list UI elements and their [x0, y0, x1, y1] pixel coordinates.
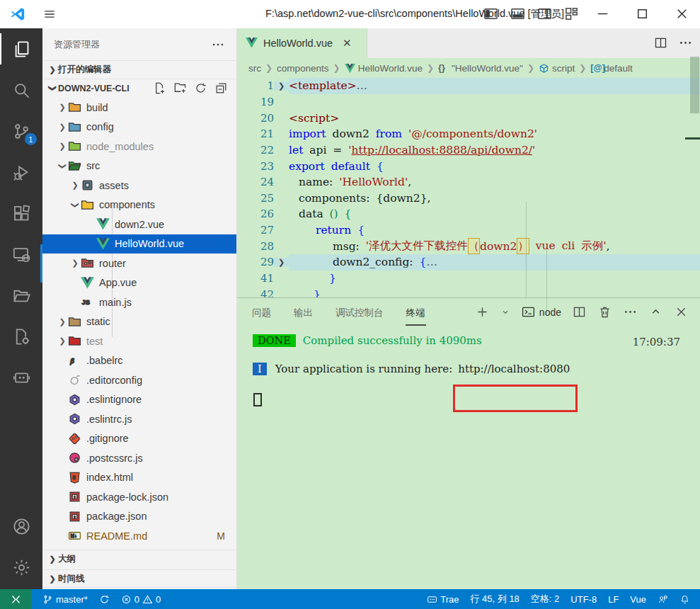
kill-terminal-icon[interactable]: [597, 304, 612, 319]
tree-item-components[interactable]: ❯components: [42, 195, 236, 215]
activity-account-icon[interactable]: [0, 506, 42, 547]
panel-tab-terminal[interactable]: 终端: [406, 304, 426, 322]
code-line-24[interactable]: 24name: 'HelloWorld',: [237, 174, 700, 190]
tree-item-README.md[interactable]: M↓README.mdM: [42, 526, 236, 546]
tree-item-.editorconfig[interactable]: .editorconfig: [42, 370, 236, 390]
status-encoding[interactable]: UTF-8: [565, 589, 602, 609]
tree-item-.eslintrc.js[interactable]: .eslintrc.js: [42, 409, 236, 429]
remote-indicator[interactable]: [0, 589, 31, 609]
activity-settings-icon[interactable]: [0, 547, 42, 588]
sync-status[interactable]: [93, 589, 115, 609]
status-language-mode[interactable]: Vue: [624, 589, 652, 609]
breadcrumb-src[interactable]: src: [248, 63, 261, 74]
maximize-panel-icon[interactable]: [648, 304, 663, 319]
git-branch-status[interactable]: master*: [37, 589, 93, 609]
activity-run-debug-icon[interactable]: [0, 152, 42, 193]
activity-file-settings-icon[interactable]: [0, 316, 42, 357]
activity-extensions-icon[interactable]: [0, 193, 42, 234]
toggle-panel-icon[interactable]: [510, 6, 526, 22]
tree-item-.gitignore[interactable]: .gitignore: [42, 429, 236, 449]
new-file-icon[interactable]: [153, 81, 166, 95]
editor-more-actions-icon[interactable]: [678, 35, 693, 50]
code-line-21[interactable]: 21import down2 from '@/components/down2': [237, 126, 700, 142]
tree-item-down2.vue[interactable]: down2.vue: [42, 215, 236, 234]
panel-tab-problems[interactable]: 问题: [251, 304, 272, 322]
split-editor-icon[interactable]: [653, 35, 668, 50]
tree-item-App.vue[interactable]: App.vue: [42, 273, 236, 293]
activity-explorer-icon[interactable]: [0, 28, 42, 69]
breadcrumb-HelloWorld.vue[interactable]: HelloWorld.vue: [345, 63, 423, 74]
editor-scrollbar[interactable]: [690, 57, 699, 113]
fold-icon[interactable]: ❯: [274, 81, 289, 91]
panel-more-actions-icon[interactable]: [623, 304, 638, 319]
tree-item-build[interactable]: ❯build: [42, 98, 236, 118]
customize-layout-icon[interactable]: [563, 6, 580, 22]
tree-item-nodemodules[interactable]: ❯node_modules: [42, 137, 236, 156]
code-line-26[interactable]: 26data () {: [237, 206, 700, 222]
code-area[interactable]: 1❯<template>…1920<script>21import down2 …: [237, 78, 700, 297]
status-indentation[interactable]: 空格: 2: [525, 589, 565, 609]
terminal-dropdown-icon[interactable]: [500, 304, 510, 319]
code-line-42[interactable]: 42}: [237, 286, 700, 297]
status-eol[interactable]: LF: [602, 589, 624, 609]
tree-item-.babelrc[interactable]: β.babelrc: [42, 351, 236, 371]
terminal-output[interactable]: DONE Compiled successfully in 4090ms 17:…: [237, 328, 700, 589]
new-folder-icon[interactable]: [173, 81, 187, 95]
activity-search-icon[interactable]: [0, 69, 42, 110]
activity-source-control-icon[interactable]: 1: [0, 110, 42, 152]
tree-item-main.js[interactable]: JSmain.js: [42, 292, 236, 312]
breadcrumb-HelloWorld.vue[interactable]: {}"HelloWorld.vue": [438, 63, 523, 74]
section-outline[interactable]: ❯ 大纲: [42, 550, 236, 568]
panel-tab-output[interactable]: 输出: [293, 304, 314, 322]
breadcrumb-components[interactable]: components: [277, 63, 329, 74]
refresh-icon[interactable]: [194, 81, 207, 95]
tree-item-static[interactable]: ❯static: [42, 312, 236, 332]
menu-icon[interactable]: [42, 7, 57, 21]
tree-item-assets[interactable]: ❯assets: [42, 176, 236, 195]
terminal-profile[interactable]: node: [521, 304, 561, 319]
status-cursor-position[interactable]: 行 45, 列 18: [464, 589, 524, 609]
tree-item-index.html[interactable]: 5index.html: [42, 468, 236, 488]
sidebar-more-actions-icon[interactable]: [211, 38, 225, 52]
tree-item-.eslintignore[interactable]: .eslintignore: [42, 390, 236, 410]
code-line-20[interactable]: 20<script>: [237, 110, 700, 126]
status-trae[interactable]: Trae: [421, 589, 464, 609]
code-line-19[interactable]: 19: [237, 94, 700, 110]
status-notifications[interactable]: [674, 589, 696, 609]
collapse-folders-icon[interactable]: [214, 81, 228, 95]
tree-item-.postcssrc.js[interactable]: .postcssrc.js: [42, 448, 236, 468]
activity-folder-opened-icon[interactable]: [0, 275, 42, 316]
code-line-22[interactable]: 22let api = 'http://localhost:8888/api/d…: [237, 142, 700, 159]
code-line-41[interactable]: 41}: [237, 271, 700, 287]
close-button[interactable]: [674, 6, 690, 22]
activity-ai-chat-icon[interactable]: [0, 357, 42, 398]
fold-icon[interactable]: ❯: [274, 258, 289, 267]
close-panel-icon[interactable]: [674, 304, 689, 319]
toggle-sidebar-icon[interactable]: [483, 6, 499, 22]
breadcrumb-default[interactable]: [@]default: [590, 63, 633, 74]
minimize-button[interactable]: [595, 6, 611, 22]
tree-item-src[interactable]: ❯src: [42, 156, 236, 176]
tab-close-icon[interactable]: ✕: [343, 37, 352, 50]
code-line-1[interactable]: 1❯<template>…: [237, 78, 700, 94]
tree-item-HelloWorld.vue[interactable]: HelloWorld.vue: [42, 234, 236, 254]
status-feedback[interactable]: [652, 589, 674, 609]
code-line-27[interactable]: 27return {: [237, 222, 700, 239]
code-line-23[interactable]: 23export default {: [237, 158, 700, 174]
section-open-editors[interactable]: ❯ 打开的编辑器: [42, 60, 236, 79]
app-url-link[interactable]: http://localhost:8080: [452, 361, 575, 377]
tree-item-router[interactable]: ❯router: [42, 254, 236, 273]
tree-item-config[interactable]: ❯config: [42, 118, 236, 137]
maximize-button[interactable]: [634, 6, 650, 22]
section-project-root[interactable]: ❯ DOWN2-VUE-CLI: [42, 79, 236, 97]
tab-helloworld-vue[interactable]: HelloWorld.vue ✕: [237, 28, 367, 58]
breadcrumb-script[interactable]: script: [539, 63, 575, 74]
new-terminal-icon[interactable]: [475, 304, 490, 319]
problems-status[interactable]: 0 0: [115, 589, 166, 609]
tree-item-test[interactable]: ❯test: [42, 331, 236, 351]
panel-tab-debug-console[interactable]: 调试控制台: [335, 304, 384, 322]
activity-remote-explorer-icon[interactable]: [0, 234, 42, 275]
code-line-29[interactable]: 29❯down2_config: {…: [237, 254, 700, 271]
section-timeline[interactable]: ❯ 时间线: [42, 569, 236, 588]
tree-item-package-lock.json[interactable]: package-lock.json: [42, 487, 236, 507]
